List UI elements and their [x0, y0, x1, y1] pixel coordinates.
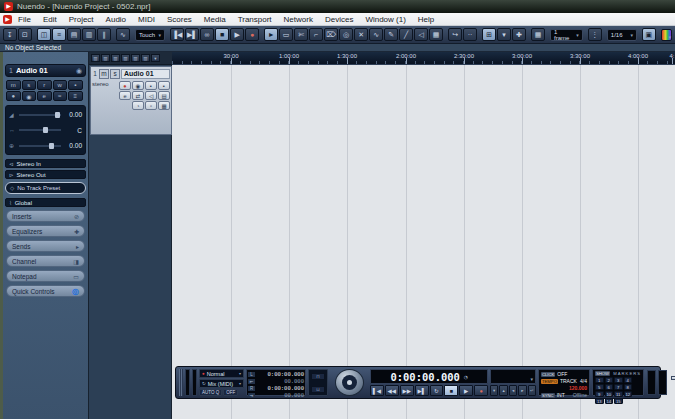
marker-button-5[interactable]: 5	[595, 384, 604, 390]
record-mode-select[interactable]: ● Normal ▾	[199, 369, 244, 378]
monitor-button[interactable]: ◉	[132, 81, 144, 90]
inspector-section-quick-controls[interactable]: Quick Controls◎	[6, 285, 85, 297]
infoline-toggle-button[interactable]: ≡	[52, 28, 66, 41]
range-selection-tool-button[interactable]: ▭	[279, 28, 293, 41]
input-routing-row[interactable]: ⊲ Stereo In	[5, 159, 86, 168]
marker-button-1[interactable]: 1	[595, 377, 604, 383]
color-button[interactable]: ▦	[158, 101, 170, 110]
menu-network[interactable]: Network	[278, 15, 319, 24]
inspector-section-sends[interactable]: Sends▸	[6, 240, 85, 252]
record-button[interactable]: ●	[474, 385, 488, 396]
marker-button-9[interactable]: 9	[595, 391, 604, 397]
read-automation-button[interactable]: r	[37, 80, 52, 90]
mute-tool-button[interactable]: ✕	[354, 28, 368, 41]
delay-value[interactable]: 0.00	[64, 142, 82, 149]
overview-toggle-button[interactable]: ▤	[67, 28, 81, 41]
constrain-delay-compensation-button[interactable]: ↧	[3, 28, 17, 41]
inspector-track-header[interactable]: 1 Audio 01 ◉	[5, 64, 86, 77]
glue-tool-button[interactable]: ⌐	[309, 28, 323, 41]
color-menu-button[interactable]: ▾	[661, 29, 672, 41]
marker-button-3[interactable]: 3	[614, 377, 623, 383]
solo-button[interactable]: s	[110, 69, 120, 79]
tempo-mode-value[interactable]: TRACK	[560, 378, 577, 384]
edit-channel-button[interactable]: e	[37, 91, 52, 101]
goto-previous-marker-button[interactable]: ▐◀	[170, 28, 184, 41]
channel-strip-icon[interactable]: ◨	[73, 258, 79, 265]
grid-type-select[interactable]: 1 frame ▾	[550, 29, 583, 41]
tracklist-toolbar-button[interactable]: ▥	[121, 54, 130, 62]
tracklist-toolbar-button[interactable]: ▥	[91, 54, 100, 62]
play-tool-button[interactable]: ◁	[414, 28, 428, 41]
menu-media[interactable]: Media	[198, 15, 232, 24]
draw-tool-button[interactable]: ✎	[384, 28, 398, 41]
play-button[interactable]: ▶	[230, 28, 244, 41]
timebase-button[interactable]: ◔	[132, 101, 144, 110]
record-button[interactable]: ●	[245, 28, 259, 41]
left-locator-time[interactable]: 0:00:00.000	[257, 371, 304, 377]
musical-mode-button[interactable]: ≈	[53, 91, 68, 101]
auto-quantize-button[interactable]: AUTO Q	[199, 389, 222, 396]
tempo-value[interactable]: 120.000	[569, 385, 587, 391]
transport-grip[interactable]	[179, 369, 183, 396]
menu-window-1-[interactable]: Window (1)	[359, 15, 411, 24]
insert-mode-button[interactable]: ▣	[642, 28, 656, 41]
track-preset-row[interactable]: ◇ No Track Preset	[5, 182, 86, 194]
marker-button-10[interactable]: 10	[605, 391, 614, 397]
marker-button-11[interactable]: 11	[614, 391, 623, 397]
musical-mode-button[interactable]: ▫	[145, 101, 157, 110]
record-enable-button[interactable]: ●	[6, 91, 21, 101]
track-name-field[interactable]: Audio 01	[121, 69, 170, 79]
quantize-select[interactable]: 1/16 ▾	[607, 29, 637, 41]
nudge-down-button[interactable]: ▾	[490, 385, 498, 396]
sync-mode-value[interactable]: INT	[557, 392, 565, 398]
marker-button-8[interactable]: 8	[624, 384, 633, 390]
snap-type-button[interactable]: ✚	[512, 28, 526, 41]
edit-channel-button[interactable]: e	[119, 91, 131, 100]
auto-quantize-value[interactable]: OFF	[223, 389, 238, 396]
menu-midi[interactable]: MIDI	[132, 15, 161, 24]
monitor-button[interactable]: ◉	[22, 91, 37, 101]
cycle-toggle-button[interactable]: ∞	[200, 28, 214, 41]
track-header-audio-01[interactable]: 1 m s Audio 01 stereo ●◉▪▪e⇄◁▤◔▫▦	[90, 66, 172, 135]
pool-button[interactable]: ▥	[82, 28, 96, 41]
menu-devices[interactable]: Devices	[319, 15, 359, 24]
show-markers-button[interactable]: SHOW	[595, 371, 610, 376]
menu-audio[interactable]: Audio	[100, 15, 132, 24]
jog-shuttle-wheel[interactable]	[335, 369, 364, 396]
record-enable-button[interactable]: ●	[119, 81, 131, 90]
timeline-ruler[interactable]: 30:001:00:001:30:002:00:002:30:003:00:00…	[172, 52, 675, 65]
zoom-tool-button[interactable]: ◎	[339, 28, 353, 41]
marker-button-14[interactable]: 14	[605, 398, 614, 404]
automation-panel-button[interactable]: ∿	[116, 28, 130, 41]
preroll-time[interactable]: 00.000	[257, 378, 304, 384]
marker-button-4[interactable]: 4	[624, 377, 633, 383]
inspector-toggle-button[interactable]: ◫	[37, 28, 51, 41]
nudge-palette-button[interactable]: ··	[463, 28, 477, 41]
tempo-button[interactable]: TEMPO	[541, 379, 558, 384]
bypass-eq-icon[interactable]: ✚	[74, 228, 79, 235]
nuendo-menu-icon[interactable]: ▶	[3, 15, 12, 24]
nudge-right-button[interactable]: ▸	[518, 385, 526, 396]
marker-button-13[interactable]: 13	[595, 398, 604, 404]
inspector-section-channel[interactable]: Channel◨	[6, 255, 85, 267]
bypass-inserts-icon[interactable]: ⊘	[74, 213, 79, 220]
marker-button-6[interactable]: 6	[605, 384, 614, 390]
automation-mode-select[interactable]: Touch ▾	[135, 29, 165, 41]
secondary-time-display[interactable]: ▾	[490, 369, 536, 384]
lanes-button[interactable]: ≡	[68, 91, 83, 101]
erase-tool-button[interactable]: ⌦	[324, 28, 338, 41]
pan-slider[interactable]	[19, 129, 61, 131]
jog-wheel-center[interactable]	[347, 380, 352, 385]
notepad-icon[interactable]: ▭	[73, 273, 79, 280]
goto-next-marker-button[interactable]: ▶▌	[185, 28, 199, 41]
click-button[interactable]: CLICK	[541, 372, 555, 377]
fast-forward-button[interactable]: ▶▶	[400, 385, 414, 396]
play-button[interactable]: ▶	[459, 385, 473, 396]
menu-help[interactable]: Help	[412, 15, 440, 24]
tracklist-toolbar-button[interactable]: ▾	[151, 54, 160, 62]
play-events-button[interactable]: ◁	[145, 91, 157, 100]
menu-file[interactable]: File	[12, 15, 37, 24]
primary-time-display[interactable]: 0:00:00.000 ◔	[370, 369, 488, 384]
tracklist-toolbar-button[interactable]: ▥	[131, 54, 140, 62]
postroll-time[interactable]: 00.000	[257, 392, 304, 398]
